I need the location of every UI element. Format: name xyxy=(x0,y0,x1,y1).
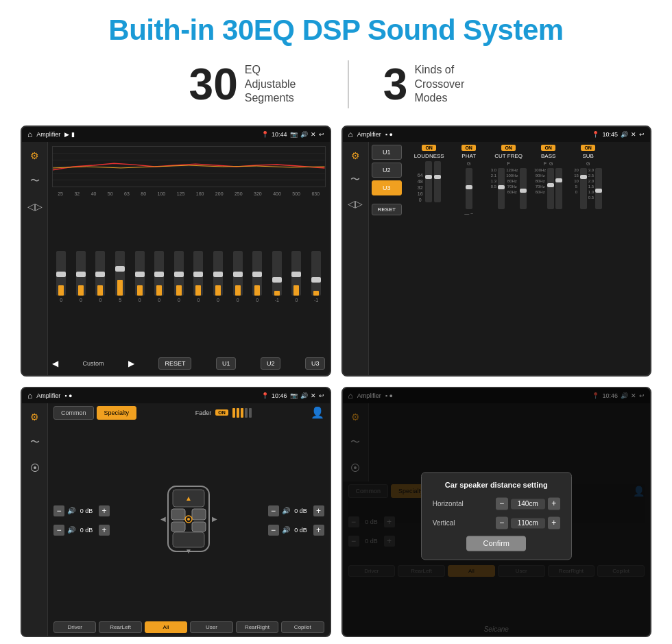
specialty-tab[interactable]: Specialty xyxy=(97,406,137,420)
driver-btn[interactable]: Driver xyxy=(53,621,96,633)
horizontal-value: 140cm xyxy=(511,499,545,509)
eq-freq-labels: 25 32 40 50 63 80 100 125 160 200 250 32… xyxy=(52,191,326,196)
cutfreq-channel: ON CUT FREQ F 3.0 2.1 1.3 0.5 xyxy=(490,145,527,372)
screen1-eq: ⌂ Amplifier ▶ ▮ 📍 10:44 📷 🔊 ✕ ↩ ⚙ 〜 ◁ xyxy=(21,126,331,377)
horizontal-minus-btn[interactable]: − xyxy=(496,498,508,510)
common-tab[interactable]: Common xyxy=(53,406,94,420)
fader-on-badge[interactable]: ON xyxy=(215,409,228,416)
eq-icon3[interactable]: ⚙ xyxy=(27,409,42,425)
svg-rect-11 xyxy=(192,522,206,532)
home-icon2[interactable]: ⌂ xyxy=(348,130,353,139)
page-title: Buith-in 30EQ DSP Sound System xyxy=(108,14,563,47)
eq-bottom: ◀ Custom ▶ RESET U1 U2 U3 xyxy=(52,355,326,371)
rearleft-btn[interactable]: RearLeft xyxy=(99,621,141,633)
confirm-button[interactable]: Confirm xyxy=(466,536,526,551)
eq-mode-label: Custom xyxy=(82,360,104,367)
screen1-statusbar: ⌂ Amplifier ▶ ▮ 📍 10:44 📷 🔊 ✕ ↩ xyxy=(22,127,330,142)
rr-db-val: 0 dB xyxy=(291,527,311,534)
rr-plus[interactable]: + xyxy=(313,525,324,536)
rearright-btn[interactable]: RearRight xyxy=(236,621,278,633)
eq-slider-track[interactable] xyxy=(56,251,66,296)
rf-plus[interactable]: + xyxy=(313,505,324,516)
back-icon2: ↩ xyxy=(639,131,645,138)
eq-slider-col: 0 xyxy=(135,251,145,302)
bass-channel: ON BASS F G 100Hz 90Hz 80Hz 70Hz 60Hz xyxy=(529,145,567,372)
crossover-number: 3 xyxy=(383,62,408,106)
reset-btn2[interactable]: RESET xyxy=(372,204,403,215)
eq-u2-btn[interactable]: U2 xyxy=(261,357,281,370)
volume-icon2: 🔊 xyxy=(621,131,628,138)
eq-u1-btn[interactable]: U1 xyxy=(216,357,237,370)
u1-button[interactable]: U1 xyxy=(372,145,403,160)
location-icon3: 📍 xyxy=(261,392,269,399)
eq-prev-btn[interactable]: ◀ xyxy=(52,359,58,368)
right-rear-db: − 🔊 0 dB + xyxy=(268,525,324,536)
u3-button[interactable]: U3 xyxy=(372,180,403,195)
screen2-icons: ▪ ● xyxy=(385,131,393,138)
camera-icon3: 📷 xyxy=(290,392,298,399)
bass-on[interactable]: ON xyxy=(541,145,555,151)
sub-channel: ON SUB G 20 15 10 5 0 xyxy=(569,145,607,372)
stats-row: 30 EQ Adjustable Segments 3 Kinds of Cro… xyxy=(21,60,651,108)
lf-minus[interactable]: − xyxy=(53,505,64,516)
screen3-statusbar: ⌂ Amplifier ▪ ● 📍 10:46 📷 🔊 ✕ ↩ xyxy=(22,388,330,403)
home-icon[interactable]: ⌂ xyxy=(27,130,32,139)
eq-icon2[interactable]: ⚙ xyxy=(348,147,363,164)
wave-icon3[interactable]: 〜 xyxy=(27,433,43,451)
vertical-plus-btn[interactable]: + xyxy=(548,517,560,529)
screen3-title: Amplifier xyxy=(36,392,60,399)
svg-rect-9 xyxy=(192,509,206,520)
loudness-on[interactable]: ON xyxy=(422,145,436,151)
sub-on[interactable]: ON xyxy=(581,145,595,151)
home-icon3[interactable]: ⌂ xyxy=(27,391,32,401)
rr-minus[interactable]: − xyxy=(268,525,279,536)
vol-icon2[interactable]: ◁▷ xyxy=(345,195,365,212)
loudness-sliders: 64 48 32 16 0 xyxy=(418,161,441,202)
svg-text:▼: ▼ xyxy=(185,547,192,555)
bluetooth-icon[interactable]: ⦿ xyxy=(27,460,43,476)
fader-label: Fader xyxy=(195,409,212,416)
lr-plus[interactable]: + xyxy=(99,525,110,536)
eq-slider-col: 0 xyxy=(213,251,223,302)
screen1-sidebar: ⚙ 〜 ◁▷ xyxy=(22,142,48,375)
eq-u3-btn[interactable]: U3 xyxy=(305,357,326,370)
rf-minus[interactable]: − xyxy=(268,505,279,516)
screen3-sidebar: ⚙ 〜 ⦿ xyxy=(22,403,48,636)
copilot-btn[interactable]: Copilot xyxy=(281,621,324,633)
close-icon2: ✕ xyxy=(631,131,636,138)
all-btn[interactable]: All xyxy=(145,621,187,633)
user-icon3[interactable]: 👤 xyxy=(311,406,324,419)
screen3-time: 10:46 xyxy=(272,392,287,399)
eq-slider-col: -1 xyxy=(272,251,282,302)
eq-slider-col: 0 xyxy=(252,251,262,302)
location-icon: 📍 xyxy=(261,131,269,138)
user-btn[interactable]: User xyxy=(190,621,232,633)
svg-point-13 xyxy=(187,518,190,521)
fader-row: Fader ON xyxy=(195,408,252,418)
screen3-specialty: ⌂ Amplifier ▪ ● 📍 10:46 📷 🔊 ✕ ↩ ⚙ 〜 ⦿ xyxy=(21,387,331,638)
phat-on[interactable]: ON xyxy=(461,145,476,151)
horizontal-plus-btn[interactable]: + xyxy=(548,498,560,510)
screen2-time: 10:45 xyxy=(602,131,618,138)
eq-next-btn[interactable]: ▶ xyxy=(128,359,134,368)
car-diagram-svg: ▲ ▼ ◀ ▶ xyxy=(158,483,219,558)
wave-icon2[interactable]: 〜 xyxy=(348,171,363,189)
speaker-distance-dialog: Car speaker distance setting Horizontal … xyxy=(421,473,572,560)
cutfreq-on[interactable]: ON xyxy=(501,145,516,151)
eq-main: 25 32 40 50 63 80 100 125 160 200 250 32… xyxy=(48,142,330,375)
tab-group: Common Specialty xyxy=(53,406,136,420)
vertical-minus-btn[interactable]: − xyxy=(496,517,508,529)
fader-slider xyxy=(232,408,252,418)
screen2-sidebar: ⚙ 〜 ◁▷ xyxy=(343,142,369,375)
eq-sidebar-icon[interactable]: ⚙ xyxy=(27,147,42,164)
horizontal-row: Horizontal − 140cm + xyxy=(433,498,560,510)
eq-reset-btn[interactable]: RESET xyxy=(158,357,191,370)
lr-minus[interactable]: − xyxy=(53,525,64,536)
volume-side-icon[interactable]: ◁▷ xyxy=(25,198,45,215)
screen3-main: Common Specialty Fader ON xyxy=(48,403,330,636)
eq-desc: EQ Adjustable Segments xyxy=(245,63,313,106)
u2-button[interactable]: U2 xyxy=(372,163,403,178)
rf-db-val: 0 dB xyxy=(291,508,311,514)
wave-icon[interactable]: 〜 xyxy=(27,172,43,190)
lf-plus[interactable]: + xyxy=(99,505,110,516)
